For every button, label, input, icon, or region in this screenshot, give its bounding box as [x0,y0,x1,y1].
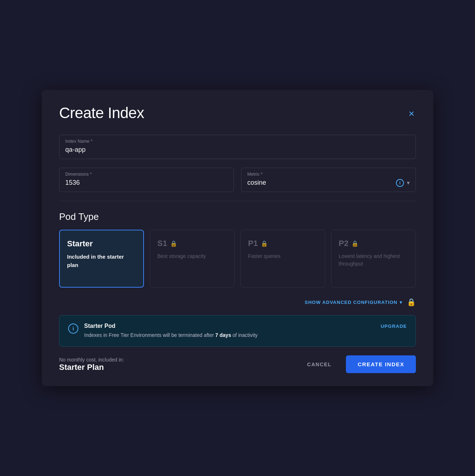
upgrade-button[interactable]: UPGRADE [381,323,407,329]
banner-text: Indexes in Free Tier Environments will b… [84,331,375,339]
pod-s1-desc: Best storage capacity [157,252,227,260]
cancel-button[interactable]: CANCEL [298,356,340,372]
dimensions-label: Dimensions * [65,172,228,177]
banner-info-icon: i [68,323,78,334]
p2-lock-icon: 🔒 [351,240,359,247]
pod-starter-name: Starter [67,239,136,249]
banner-title: Starter Pod [84,323,375,329]
footer-buttons: CANCEL CREATE INDEX [298,355,416,373]
pod-grid: Starter Included in the starter plan S1 … [59,230,416,288]
footer-row: No monthly cost, included in: Starter Pl… [59,355,416,373]
index-name-label: Index Name * [65,139,410,144]
banner-text-before: Indexes in Free Tier Environments will b… [84,332,215,338]
dimensions-field-group: Dimensions * [59,168,234,192]
pod-s1-name: S1 🔒 [157,239,227,248]
pod-card-p2[interactable]: P2 🔒 Lowest latency and highest throughp… [331,230,416,288]
advanced-row: SHOW ADVANCED CONFIGURATION ▾ 🔒 [59,298,416,306]
metric-label: Metric * [247,172,410,177]
banner-content: Starter Pod Indexes in Free Tier Environ… [84,323,375,339]
pod-starter-desc: Included in the starter plan [67,253,136,269]
pod-card-s1[interactable]: S1 🔒 Best storage capacity [150,230,235,288]
s1-lock-icon: 🔒 [170,240,177,247]
advanced-chevron-icon: ▾ [400,300,402,305]
advanced-label: SHOW ADVANCED CONFIGURATION [305,300,397,305]
create-index-modal: Create Index × Index Name * Dimensions *… [42,90,433,386]
dimensions-input[interactable] [65,179,228,187]
pod-p1-desc: Faster queries [248,252,318,260]
metric-controls: i ▾ [396,179,410,187]
metric-chevron-icon[interactable]: ▾ [407,179,410,186]
starter-pod-banner: i Starter Pod Indexes in Free Tier Envir… [59,315,416,347]
banner-text-after: of inactivity [231,332,257,338]
cost-section: No monthly cost, included in: Starter Pl… [59,357,124,372]
close-button[interactable]: × [407,107,416,120]
dimensions-metric-row: Dimensions * Metric * i ▾ [59,168,416,192]
pod-card-p1[interactable]: P1 🔒 Faster queries [240,230,325,288]
metric-field-group: Metric * i ▾ [241,168,416,192]
advanced-lock-icon: 🔒 [407,298,416,306]
p1-lock-icon: 🔒 [261,240,268,247]
divider [59,201,416,201]
metric-info-icon[interactable]: i [396,179,404,187]
pod-p1-name: P1 🔒 [248,239,318,248]
plan-name: Starter Plan [59,363,124,372]
metric-input[interactable] [247,179,384,187]
pod-p2-desc: Lowest latency and highest throughput [339,252,408,268]
index-name-input[interactable] [65,146,410,154]
pod-type-section: Pod Type Starter Included in the starter… [59,211,416,288]
pod-p2-name: P2 🔒 [339,239,408,248]
create-index-button[interactable]: CREATE INDEX [346,355,416,373]
banner-text-bold: 7 days [215,332,231,338]
index-name-field-group: Index Name * [59,135,416,159]
pod-type-title: Pod Type [59,211,416,222]
index-name-section: Index Name * [59,135,416,159]
pod-card-starter[interactable]: Starter Included in the starter plan [59,230,144,288]
cost-label: No monthly cost, included in: [59,357,124,363]
modal-header: Create Index × [59,104,416,122]
modal-title: Create Index [59,104,144,122]
show-advanced-button[interactable]: SHOW ADVANCED CONFIGURATION ▾ [305,300,402,305]
